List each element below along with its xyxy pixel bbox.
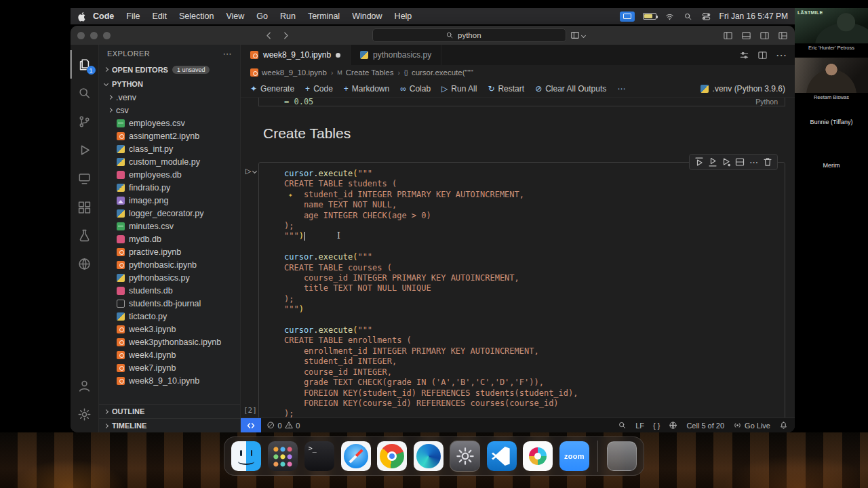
search-view-icon[interactable] bbox=[71, 79, 99, 107]
menubar-item[interactable]: Terminal bbox=[302, 12, 346, 21]
statusbar-item[interactable] bbox=[779, 421, 788, 430]
tree-file[interactable]: custom_module.py bbox=[99, 155, 240, 168]
more-icon[interactable]: ⋯ bbox=[748, 157, 760, 167]
code-line[interactable]: CREATE TABLE students ( bbox=[284, 179, 779, 189]
finder-dock-icon[interactable] bbox=[231, 441, 261, 471]
toolbar-more[interactable]: ⋯ bbox=[617, 84, 625, 94]
menubar-item[interactable]: File bbox=[120, 12, 146, 21]
minimize-window-button[interactable] bbox=[90, 32, 98, 39]
statusbar-item[interactable] bbox=[669, 421, 677, 430]
markdown-heading[interactable]: Create Tables bbox=[263, 125, 795, 142]
split-cell-icon[interactable] bbox=[734, 157, 745, 167]
editor-layout-icon[interactable] bbox=[778, 30, 788, 41]
statusbar-item-lf[interactable]: LF bbox=[635, 422, 644, 430]
statusbar-item-go-live[interactable]: Go Live bbox=[733, 421, 770, 430]
code-cell[interactable]: ▷ ⋯ cursor.execute("""CREATE TABLE stude… bbox=[258, 162, 785, 418]
statusbar-item[interactable] bbox=[618, 421, 627, 430]
safari-dock-icon[interactable] bbox=[341, 441, 371, 471]
tree-file[interactable]: week8_9_10.ipynb bbox=[99, 374, 240, 387]
code-line[interactable] bbox=[284, 315, 779, 325]
explorer-icon[interactable]: 1 bbox=[71, 50, 99, 79]
accounts-icon[interactable] bbox=[71, 371, 99, 400]
breadcrumb-item[interactable]: {}cursor.execute(""" bbox=[404, 68, 473, 77]
menubar-item[interactable]: Help bbox=[389, 12, 418, 21]
toolbar-generate[interactable]: ✦Generate bbox=[250, 84, 294, 94]
testing-icon[interactable] bbox=[71, 221, 99, 249]
tree-file[interactable]: minutes.csv bbox=[99, 220, 240, 232]
split-editor-icon[interactable] bbox=[757, 50, 768, 60]
extensions-icon[interactable] bbox=[71, 192, 99, 221]
run-below-icon[interactable] bbox=[707, 157, 718, 167]
toolbar-markdown[interactable]: +Markdown bbox=[344, 84, 389, 94]
tree-file[interactable]: pythonbasics.py bbox=[99, 271, 240, 284]
toolbar-run-all[interactable]: ▷Run All bbox=[441, 84, 477, 94]
tree-file[interactable]: pythonbasic.ipynb bbox=[99, 258, 240, 271]
breadcrumb-item[interactable]: MCreate Tables bbox=[337, 68, 393, 77]
tree-file[interactable]: practive.ipynb bbox=[99, 245, 240, 258]
cell-language-label[interactable]: Python bbox=[755, 98, 778, 106]
trash-dock-icon[interactable] bbox=[607, 441, 637, 471]
chrome-dock-icon[interactable] bbox=[377, 441, 407, 471]
breadcrumb-item[interactable]: week8_9_10.ipynb bbox=[250, 68, 327, 77]
toolbar-code[interactable]: +Code bbox=[305, 84, 333, 94]
code-line[interactable]: title TEXT NOT NULL UNIQUE bbox=[284, 283, 779, 293]
zoom-dock-icon[interactable]: zoom bbox=[559, 441, 589, 471]
partial-previous-cell[interactable]: = 0.05 Python bbox=[258, 98, 785, 106]
statusbar-item-cell-5-of-20[interactable]: Cell 5 of 20 bbox=[686, 422, 724, 430]
code-line[interactable]: age INTEGER CHECK(age > 0) bbox=[284, 211, 779, 221]
code-line[interactable]: cursor.execute(""" bbox=[284, 169, 779, 179]
screen-mirroring-icon[interactable] bbox=[620, 12, 635, 22]
menubar-clock[interactable]: Fri Jan 16 5:47 PM bbox=[719, 12, 788, 21]
settings-dock-icon[interactable] bbox=[450, 441, 480, 471]
code-line[interactable]: CREATE TABLE enrollments ( bbox=[284, 336, 779, 346]
tree-file[interactable]: week4.ipynb bbox=[99, 348, 240, 361]
source-control-icon[interactable] bbox=[71, 107, 99, 136]
apple-menu-icon[interactable] bbox=[77, 12, 87, 22]
slack-dock-icon[interactable] bbox=[523, 441, 553, 471]
project-section[interactable]: PYTHON bbox=[99, 77, 240, 91]
kernel-picker[interactable]: .venv (Python 3.9.6) bbox=[701, 84, 785, 94]
menubar-item[interactable]: Run bbox=[274, 12, 302, 21]
forward-arrow-icon[interactable] bbox=[281, 30, 291, 41]
wifi-icon[interactable] bbox=[665, 12, 675, 21]
toggle-secondary-sidebar-icon[interactable] bbox=[760, 30, 770, 41]
code-line[interactable]: student_id INTEGER PRIMARY KEY AUTOINCRE… bbox=[284, 190, 779, 200]
launchpad-dock-icon[interactable] bbox=[268, 441, 298, 471]
vscode-dock-icon[interactable] bbox=[487, 441, 517, 471]
run-cell-button[interactable]: ▷ bbox=[245, 167, 251, 176]
code-line[interactable]: ); bbox=[284, 221, 779, 231]
toolbar-restart[interactable]: ↻Restart bbox=[488, 84, 524, 94]
notebook-layout-icon[interactable] bbox=[739, 50, 749, 60]
code-line[interactable]: student_id INTEGER, bbox=[284, 357, 779, 367]
ports-icon[interactable] bbox=[71, 249, 99, 278]
command-center-search[interactable] bbox=[372, 28, 566, 42]
code-line[interactable]: FOREIGN KEY(course_id) REFERENCES course… bbox=[284, 399, 779, 409]
run-above-icon[interactable] bbox=[694, 157, 705, 167]
tree-file[interactable]: students.db-journal bbox=[99, 297, 240, 310]
outline-section[interactable]: OUTLINE bbox=[99, 404, 240, 418]
settings-gear-icon[interactable] bbox=[71, 400, 99, 428]
code-line[interactable]: course_id INTEGER, bbox=[284, 367, 779, 378]
toolbar-colab[interactable]: ∞Colab bbox=[400, 84, 431, 94]
tree-file[interactable]: week3.ipynb bbox=[99, 323, 240, 336]
toolbar-clear-all-outputs[interactable]: ⊘Clear All Outputs bbox=[535, 84, 606, 94]
statusbar-item--[interactable]: { } bbox=[653, 422, 660, 430]
menubar-item[interactable]: Go bbox=[250, 12, 274, 21]
tree-file[interactable]: image.png bbox=[99, 194, 240, 207]
menubar-app-name[interactable]: Code bbox=[87, 12, 120, 21]
search-input[interactable] bbox=[458, 31, 493, 39]
code-editor[interactable]: cursor.execute("""CREATE TABLE students … bbox=[259, 163, 785, 418]
toggle-panel-icon[interactable] bbox=[741, 30, 751, 41]
tree-file[interactable]: mydb.db bbox=[99, 232, 240, 245]
open-editors-section[interactable]: OPEN EDITORS 1 unsaved bbox=[99, 62, 240, 77]
debug-cell-icon[interactable] bbox=[721, 157, 732, 167]
remote-explorer-icon[interactable] bbox=[71, 164, 99, 192]
tree-file[interactable]: findratio.py bbox=[99, 181, 240, 194]
tree-file[interactable]: class_int.py bbox=[99, 142, 240, 155]
code-line[interactable]: cursor.execute(""" bbox=[284, 252, 779, 262]
chevron-down-icon[interactable] bbox=[252, 169, 257, 174]
code-line[interactable]: """) bbox=[284, 304, 779, 314]
code-line[interactable]: cursor.execute(""" bbox=[284, 325, 779, 336]
trash-icon[interactable] bbox=[762, 157, 773, 167]
menubar-item[interactable]: Edit bbox=[146, 12, 173, 21]
